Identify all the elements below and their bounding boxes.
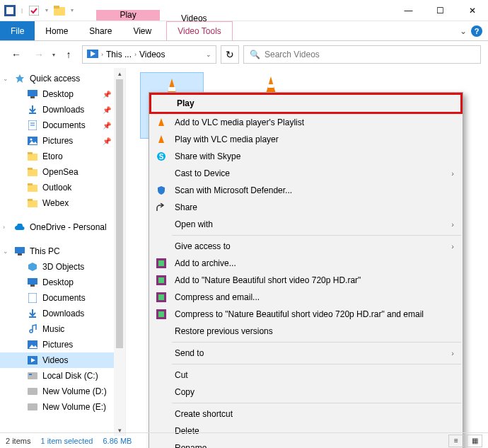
ctx-add-rar[interactable]: Add to "Nature Beautiful short video 720… xyxy=(149,272,463,289)
search-icon: 🔍 xyxy=(250,50,260,59)
status-selected: 1 item selected xyxy=(40,437,93,445)
svg-rect-4 xyxy=(54,6,59,8)
svg-rect-27 xyxy=(28,278,37,285)
svg-rect-25 xyxy=(18,253,22,255)
pictures-icon xyxy=(27,135,38,147)
svg-rect-43 xyxy=(268,84,274,88)
sidebar-local-disk-c[interactable]: Local Disk (C:) xyxy=(0,368,125,384)
expand-ribbon-icon[interactable]: ⌄ xyxy=(460,26,467,36)
ctx-compress-rar-email[interactable]: Compress to "Nature Beautiful short vide… xyxy=(149,306,463,323)
search-placeholder: Search Videos xyxy=(265,50,320,59)
ctx-share-skype[interactable]: SShare with Skype xyxy=(149,148,463,165)
ctx-cast[interactable]: Cast to Device› xyxy=(149,165,463,182)
sidebar-documents[interactable]: Documents📌 xyxy=(0,117,125,133)
status-size: 6.86 MB xyxy=(103,437,132,445)
help-icon[interactable]: ? xyxy=(471,25,482,37)
sidebar-pc-desktop[interactable]: Desktop xyxy=(0,275,125,290)
ctx-create-shortcut[interactable]: Create shortcut xyxy=(149,406,463,423)
qat-separator: | xyxy=(20,7,24,13)
chevron-right-icon[interactable]: › xyxy=(134,51,136,58)
sidebar-quick-access[interactable]: ⌄Quick access xyxy=(0,71,125,86)
sidebar-downloads[interactable]: Downloads📌 xyxy=(0,102,125,117)
up-button[interactable]: ↑ xyxy=(59,45,78,64)
sidebar-scrollbar[interactable]: ▴ ▾ xyxy=(114,68,125,436)
back-button[interactable]: ← xyxy=(7,45,25,64)
svg-text:S: S xyxy=(159,153,164,161)
ctx-cut[interactable]: Cut xyxy=(149,367,463,384)
qat-dropdown-2[interactable]: ▾ xyxy=(69,7,75,13)
details-view-button[interactable]: ≡ xyxy=(448,435,464,447)
svg-rect-28 xyxy=(30,285,35,287)
sidebar-pc-pictures[interactable]: Pictures xyxy=(0,337,125,352)
scroll-up-icon[interactable]: ▴ xyxy=(114,68,125,79)
address-dropdown[interactable]: ⌄ xyxy=(206,51,211,58)
ctx-copy[interactable]: Copy xyxy=(149,384,463,401)
sidebar-pc-documents[interactable]: Documents xyxy=(0,290,125,306)
minimize-button[interactable]: — xyxy=(393,0,424,21)
maximize-button[interactable]: ☐ xyxy=(424,0,456,21)
chevron-right-icon[interactable]: › xyxy=(101,51,103,58)
sidebar-pc-music[interactable]: Music xyxy=(0,321,125,337)
sidebar-pc-videos[interactable]: Videos xyxy=(0,352,125,368)
ctx-give-access[interactable]: Give access to› xyxy=(149,238,463,255)
ctx-share[interactable]: Share xyxy=(149,199,463,216)
sidebar-pictures[interactable]: Pictures📌 xyxy=(0,133,125,149)
ctx-add-archive[interactable]: Add to archive... xyxy=(149,255,463,272)
svg-point-14 xyxy=(30,139,33,141)
scroll-thumb[interactable] xyxy=(116,79,123,348)
pictures-icon xyxy=(27,339,38,350)
ctx-open-with[interactable]: Open with› xyxy=(149,216,463,233)
ctx-play-vlc[interactable]: Play with VLC media player xyxy=(149,131,463,148)
drive-icon xyxy=(27,386,38,397)
sidebar-3d-objects[interactable]: 3D Objects xyxy=(0,259,125,275)
pin-icon: 📌 xyxy=(103,122,111,130)
address-bar[interactable]: › This ... › Videos ⌄ xyxy=(82,45,216,64)
winrar-icon xyxy=(155,292,168,302)
window-controls: — ☐ ✕ xyxy=(393,0,488,21)
sidebar-volume-e[interactable]: New Volume (E:) xyxy=(0,399,125,415)
title-bar: | ▾ ▾ Play Videos — ☐ ✕ xyxy=(0,0,488,21)
file-tab[interactable]: File xyxy=(0,21,35,40)
svg-rect-21 xyxy=(28,183,33,185)
forward-button[interactable]: → xyxy=(30,45,48,64)
music-icon xyxy=(27,323,38,335)
documents-icon xyxy=(27,120,38,131)
history-dropdown[interactable]: ▾ xyxy=(52,52,55,58)
properties-qat-icon[interactable] xyxy=(28,5,40,16)
refresh-button[interactable]: ↻ xyxy=(221,45,239,64)
breadcrumb-segment[interactable]: Videos xyxy=(139,50,165,59)
svg-marker-26 xyxy=(28,263,37,271)
ctx-add-playlist[interactable]: Add to VLC media player's Playlist xyxy=(149,114,463,131)
ctx-send-to[interactable]: Send to› xyxy=(149,345,463,362)
svg-rect-35 xyxy=(29,374,32,375)
video-tools-tab[interactable]: Video Tools xyxy=(166,21,233,40)
ribbon-tabs: File Home Share View Video Tools ⌄ ? xyxy=(0,21,488,41)
view-tab[interactable]: View xyxy=(122,21,162,40)
close-button[interactable]: ✕ xyxy=(456,0,488,21)
folder-icon xyxy=(27,166,38,178)
sidebar-desktop[interactable]: Desktop📌 xyxy=(0,86,125,102)
ctx-defender[interactable]: Scan with Microsoft Defender... xyxy=(149,182,463,199)
thumbnails-view-button[interactable]: ▦ xyxy=(467,435,482,447)
share-tab[interactable]: Share xyxy=(79,21,122,40)
sidebar-webex[interactable]: Webex xyxy=(0,195,125,211)
ctx-compress-email[interactable]: Compress and email... xyxy=(149,289,463,306)
sidebar-etoro[interactable]: Etoro xyxy=(0,149,125,164)
search-input[interactable]: 🔍 Search Videos xyxy=(243,45,481,64)
svg-marker-46 xyxy=(158,118,164,126)
videos-icon xyxy=(87,49,98,60)
navigation-pane: ⌄Quick access Desktop📌 Downloads📌 Docume… xyxy=(0,68,126,436)
breadcrumb-segment[interactable]: This ... xyxy=(106,50,132,59)
home-tab[interactable]: Home xyxy=(35,21,79,40)
sidebar-volume-d[interactable]: New Volume (D:) xyxy=(0,384,125,399)
sidebar-onedrive[interactable]: ›OneDrive - Personal xyxy=(0,219,125,235)
sidebar-this-pc[interactable]: ⌄This PC xyxy=(0,243,125,259)
sidebar-pc-downloads[interactable]: Downloads xyxy=(0,306,125,321)
ctx-restore[interactable]: Restore previous versions xyxy=(149,323,463,340)
ctx-play[interactable]: Play xyxy=(149,93,463,114)
qat-dropdown[interactable]: ▾ xyxy=(44,7,50,13)
winrar-icon xyxy=(155,275,168,285)
sidebar-outlook[interactable]: Outlook xyxy=(0,180,125,195)
sidebar-opensea[interactable]: OpenSea xyxy=(0,164,125,180)
vlc-icon xyxy=(155,134,168,144)
